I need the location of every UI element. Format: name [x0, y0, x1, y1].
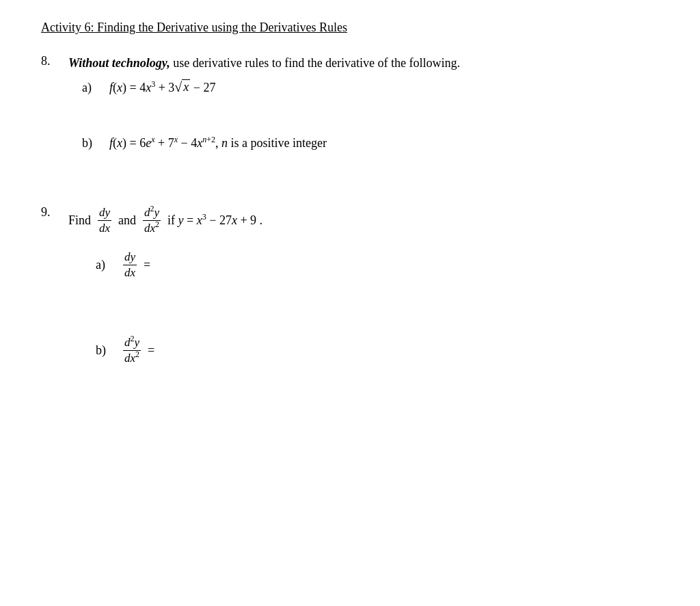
- problem-9a-label: a): [96, 258, 116, 272]
- if-condition: if y = x3 − 27x + 9 .: [167, 211, 262, 230]
- dy-ans-num: dy: [123, 250, 137, 265]
- dy-ans-den: dx: [123, 265, 137, 280]
- problem-8-header: 8. Without technology, use derivative ru…: [41, 54, 659, 73]
- problem-8-text: Without technology, use derivative rules…: [68, 54, 460, 73]
- problem-9b-answer: b) d2y dx2 =: [96, 335, 659, 366]
- problem-9a-row: a) dy dx =: [96, 250, 659, 280]
- problem-8a-label: a): [82, 81, 103, 95]
- problem-9b-row: b) d2y dx2 =: [96, 335, 659, 366]
- d2y-dx2-answer-frac: d2y dx2: [123, 335, 141, 366]
- dy-dx-frac: dy dx: [98, 205, 111, 236]
- problem-8-number: 8.: [41, 54, 68, 68]
- problem-8-italic: Without technology,: [68, 56, 170, 70]
- dy-denominator: dx: [98, 221, 111, 236]
- dy-dx-answer-frac: dy dx: [123, 250, 137, 280]
- problem-9a-answer: a) dy dx =: [96, 250, 659, 280]
- d2y-ans-num: d2y: [123, 335, 141, 351]
- problem-8b: b) f(x) = 6ex + 7x − 4xn+2, n is a posit…: [82, 136, 659, 150]
- sqrt-symbol: √: [174, 80, 182, 94]
- d2y-numerator: d2y: [143, 205, 161, 221]
- problem-8b-expr: f(x) = 6ex + 7x − 4xn+2, n is a positive…: [109, 136, 327, 150]
- d2y-ans-den: dx2: [123, 351, 141, 366]
- find-word: Find: [68, 211, 91, 230]
- d2y-denominator: dx2: [143, 221, 161, 236]
- problem-8b-label: b): [82, 136, 103, 150]
- dy-numerator: dy: [98, 205, 111, 221]
- problem-8-suffix: use derivative rules to find the derivat…: [170, 56, 460, 70]
- problem-8a: a) f(x) = 4x3 + 3√x − 27: [82, 79, 659, 95]
- and-word: and: [118, 211, 136, 230]
- problem-9-text: Find dy dx and d2y dx2 if y = x3 − 27x +…: [68, 205, 262, 236]
- problem-8: 8. Without technology, use derivative ru…: [41, 54, 659, 150]
- problem-9-number: 9.: [41, 205, 68, 220]
- problem-8a-expr: f(x) = 4x3 + 3√x − 27: [109, 79, 215, 95]
- equals-a: =: [144, 258, 150, 272]
- find-line: Find dy dx and d2y dx2 if y = x3 − 27x +…: [68, 205, 262, 236]
- page-title: Activity 6: Finding the Derivative using…: [41, 21, 659, 35]
- equals-b: =: [148, 343, 154, 358]
- problem-9-header: 9. Find dy dx and d2y dx2 if y = x3 − 27…: [41, 205, 659, 236]
- problem-9: 9. Find dy dx and d2y dx2 if y = x3 − 27…: [41, 205, 659, 367]
- sqrt-wrapper: √x: [174, 79, 190, 94]
- sqrt-radicand: x: [182, 79, 190, 94]
- problem-9b-label: b): [96, 343, 116, 358]
- d2y-dx2-frac: d2y dx2: [143, 205, 161, 236]
